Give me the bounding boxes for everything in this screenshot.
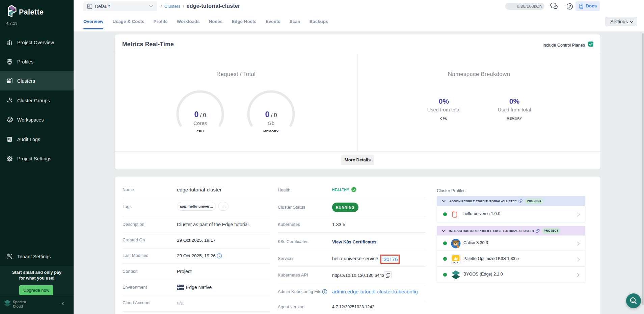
- svg-text:K3S: K3S: [453, 261, 458, 264]
